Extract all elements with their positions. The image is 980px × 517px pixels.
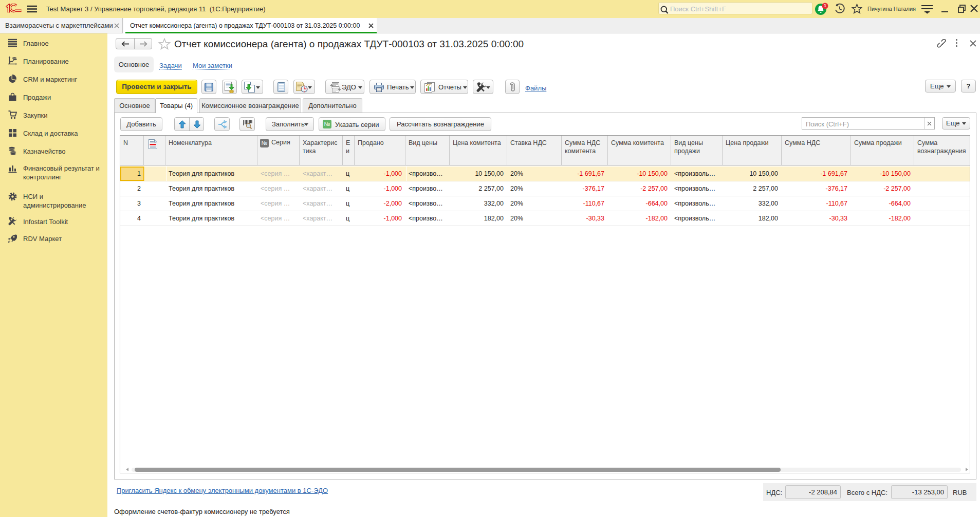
svg-text:1: 1: [824, 3, 826, 8]
